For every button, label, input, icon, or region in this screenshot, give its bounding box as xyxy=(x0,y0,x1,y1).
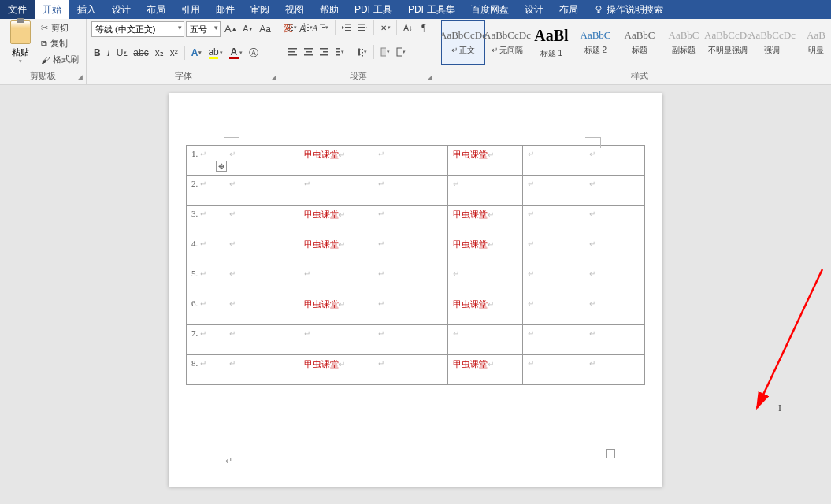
subscript-button[interactable]: x₂ xyxy=(153,46,166,60)
table-cell[interactable]: ↵ xyxy=(224,355,299,385)
table-cell[interactable]: ↵ xyxy=(523,295,584,325)
table-cell[interactable]: ↵ xyxy=(224,265,299,295)
table-cell[interactable]: ↵ xyxy=(584,265,644,295)
cut-button[interactable]: ✂剪切 xyxy=(39,20,81,35)
document-workspace[interactable]: ✥ 1. ↵↵甲虫课堂↵↵甲虫课堂↵↵↵2. ↵↵↵↵↵↵↵3. ↵↵甲虫课堂↵… xyxy=(0,85,831,504)
table-cell[interactable]: 甲虫课堂↵ xyxy=(299,206,373,235)
table-row[interactable]: 3. ↵↵甲虫课堂↵↵甲虫课堂↵↵↵ xyxy=(187,206,645,235)
style-item[interactable]: AaBbCcDc不明显强调 xyxy=(706,20,750,65)
table-cell[interactable]: 8. ↵ xyxy=(187,355,224,385)
borders-button[interactable]: ▾ xyxy=(394,45,408,59)
table-row[interactable]: 5. ↵↵↵↵↵↵↵ xyxy=(187,265,645,295)
align-left-button[interactable] xyxy=(285,45,299,59)
line-spacing-button[interactable]: ▾ xyxy=(355,45,369,59)
tab-layout[interactable]: 布局 xyxy=(139,0,173,19)
font-size-select[interactable]: 五号 xyxy=(186,21,221,37)
style-item[interactable]: AaBbC标题 2 xyxy=(573,20,618,65)
tab-pdf-toolset[interactable]: PDF工具集 xyxy=(400,0,463,19)
table-cell[interactable]: ↵ xyxy=(584,325,644,355)
style-item[interactable]: AaBbCcDc↵ 正文 xyxy=(441,20,485,65)
table-cell[interactable]: ↵ xyxy=(584,146,644,176)
tab-table-layout[interactable]: 布局 xyxy=(551,0,586,19)
table-cell[interactable]: 甲虫课堂↵ xyxy=(299,355,373,385)
table-cell[interactable]: 7. ↵ xyxy=(187,325,224,355)
table-cell[interactable]: ↵ xyxy=(373,325,448,355)
table-row[interactable]: 8. ↵↵甲虫课堂↵↵甲虫课堂↵↵↵ xyxy=(187,355,645,385)
table-cell[interactable]: ↵ xyxy=(224,206,299,235)
table-cell[interactable]: 甲虫课堂↵ xyxy=(299,295,373,325)
tab-home[interactable]: 开始 xyxy=(35,0,69,19)
tab-help[interactable]: 帮助 xyxy=(312,0,347,19)
table-cell[interactable]: ↵ xyxy=(224,176,299,206)
tab-file[interactable]: 文件 xyxy=(0,0,35,19)
underline-button[interactable]: U▾ xyxy=(114,46,130,60)
table-cell[interactable]: ↵ xyxy=(448,265,523,295)
sort-button[interactable]: A↓ xyxy=(401,20,415,35)
table-cell[interactable]: ↵ xyxy=(523,355,584,385)
show-marks-button[interactable]: ¶ xyxy=(417,20,431,35)
table-cell[interactable]: ↵ xyxy=(584,235,644,265)
style-item[interactable]: AaBbC副标题 xyxy=(662,20,706,65)
table-cell[interactable]: 甲虫课堂↵ xyxy=(448,295,523,325)
shrink-font-button[interactable]: A▼ xyxy=(241,23,256,35)
table-cell[interactable]: ↵ xyxy=(299,265,373,295)
tab-table-design[interactable]: 设计 xyxy=(517,0,551,19)
table-cell[interactable]: ↵ xyxy=(523,235,584,265)
copy-button[interactable]: ⧉复制 xyxy=(39,36,81,51)
change-case-button[interactable]: Aa xyxy=(257,22,273,36)
table-cell[interactable]: ↵ xyxy=(584,176,644,206)
table-row[interactable]: 6. ↵↵甲虫课堂↵↵甲虫课堂↵↵↵ xyxy=(187,295,645,325)
table-cell[interactable]: ↵ xyxy=(373,355,448,385)
table-row[interactable]: 4. ↵↵甲虫课堂↵↵甲虫课堂↵↵↵ xyxy=(187,235,645,265)
table-cell[interactable]: ↵ xyxy=(584,295,644,325)
table-cell[interactable]: ↵ xyxy=(584,206,644,235)
table-cell[interactable]: ↵ xyxy=(373,206,448,235)
table-cell[interactable]: ↵ xyxy=(299,325,373,355)
table-cell[interactable]: ↵ xyxy=(373,265,448,295)
bullets-button[interactable]: ▾ xyxy=(285,20,299,35)
style-item[interactable]: AaBbC标题 xyxy=(618,20,662,65)
tab-references[interactable]: 引用 xyxy=(173,0,208,19)
style-item[interactable]: AaB明显 xyxy=(794,20,831,65)
tab-baidu-netdisk[interactable]: 百度网盘 xyxy=(463,0,517,19)
decrease-indent-button[interactable] xyxy=(339,20,354,35)
table-cell[interactable]: ↵ xyxy=(523,146,584,176)
shading-button[interactable]: ▾ xyxy=(378,45,392,59)
table-cell[interactable]: 甲虫课堂↵ xyxy=(448,355,523,385)
document-page[interactable]: ✥ 1. ↵↵甲虫课堂↵↵甲虫课堂↵↵↵2. ↵↵↵↵↵↵↵3. ↵↵甲虫课堂↵… xyxy=(169,93,662,487)
increase-indent-button[interactable] xyxy=(355,20,369,35)
table-cell[interactable]: ↵ xyxy=(373,295,448,325)
tell-me-search[interactable]: 操作说明搜索 xyxy=(586,0,671,19)
table-cell[interactable]: 甲虫课堂↵ xyxy=(448,235,523,265)
table-row[interactable]: 2. ↵↵↵↵↵↵↵ xyxy=(187,176,645,206)
table-cell[interactable]: 甲虫课堂↵ xyxy=(448,146,523,176)
table-cell[interactable]: 2. ↵ xyxy=(187,176,224,206)
tab-design[interactable]: 设计 xyxy=(104,0,139,19)
table-row[interactable]: 1. ↵↵甲虫课堂↵↵甲虫课堂↵↵↵ xyxy=(187,146,645,176)
table-cell[interactable]: ↵ xyxy=(523,206,584,235)
table-cell[interactable]: 甲虫课堂↵ xyxy=(448,206,523,235)
table-cell[interactable]: ↵ xyxy=(523,325,584,355)
style-item[interactable]: AaBbCcDc强调 xyxy=(750,20,794,65)
table-cell[interactable]: ↵ xyxy=(224,325,299,355)
italic-button[interactable]: I xyxy=(105,46,113,61)
table-cell[interactable]: ↵ xyxy=(373,176,448,206)
tab-review[interactable]: 审阅 xyxy=(243,0,277,19)
table-cell[interactable]: 3. ↵ xyxy=(187,206,224,235)
multilevel-list-button[interactable]: ▾ xyxy=(317,20,331,35)
table-cell[interactable]: 甲虫课堂↵ xyxy=(299,146,373,176)
table-cell[interactable]: ↵ xyxy=(224,295,299,325)
document-table[interactable]: 1. ↵↵甲虫课堂↵↵甲虫课堂↵↵↵2. ↵↵↵↵↵↵↵3. ↵↵甲虫课堂↵↵甲… xyxy=(186,145,645,385)
table-cell[interactable]: ↵ xyxy=(299,176,373,206)
font-dialog-launcher[interactable]: ◢ xyxy=(269,72,278,82)
bold-button[interactable]: B xyxy=(91,46,103,60)
superscript-button[interactable]: x² xyxy=(168,46,180,60)
table-cell[interactable]: 6. ↵ xyxy=(187,295,224,325)
align-center-button[interactable] xyxy=(301,45,315,59)
tab-mailings[interactable]: 邮件 xyxy=(208,0,243,19)
table-cell[interactable]: 4. ↵ xyxy=(187,235,224,265)
table-cell[interactable]: ↵ xyxy=(448,325,523,355)
format-painter-button[interactable]: 🖌格式刷 xyxy=(39,52,81,67)
strikethrough-button[interactable]: abc xyxy=(131,46,150,60)
clipboard-dialog-launcher[interactable]: ◢ xyxy=(75,72,84,82)
